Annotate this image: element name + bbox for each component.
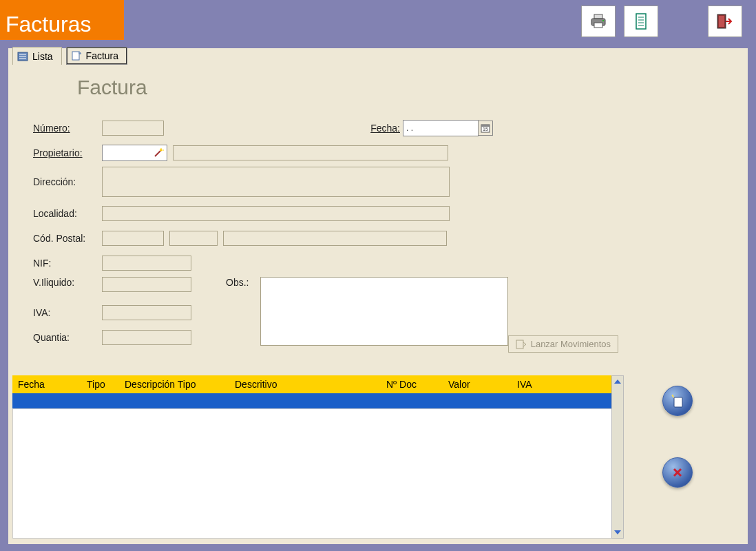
tab-lista-label: Lista — [32, 51, 53, 62]
cod-postal-label: Cód. Postal: — [33, 233, 102, 244]
numero-label: Número: — [33, 123, 102, 134]
document-button[interactable] — [624, 6, 658, 37]
tab-factura[interactable]: Factura — [66, 47, 127, 65]
nif-label: NIF: — [33, 258, 102, 269]
document-icon — [634, 13, 648, 30]
direccion-field[interactable] — [102, 167, 450, 197]
nif-field[interactable] — [102, 256, 191, 271]
vliquido-label: V.Iliquido: — [33, 277, 102, 288]
tab-factura-label: Factura — [86, 50, 118, 61]
propietario-label: Propietario: — [33, 147, 102, 158]
exit-icon — [716, 13, 734, 30]
quantia-field[interactable] — [102, 330, 191, 345]
lanzar-label: Lanzar Movimientos — [531, 339, 611, 349]
svg-rect-15 — [72, 52, 79, 60]
propietario-name-field[interactable] — [173, 145, 448, 160]
wand-icon — [153, 147, 164, 158]
cod-postal-field-2[interactable] — [169, 231, 218, 246]
localidad-field[interactable] — [102, 206, 450, 221]
svg-point-23 — [672, 395, 673, 396]
fecha-label: Fecha: — [370, 123, 400, 134]
printer-icon — [590, 14, 607, 29]
col-iva[interactable]: IVA — [517, 379, 572, 390]
svg-line-19 — [155, 151, 160, 156]
col-descritivo[interactable]: Descritivo — [235, 379, 386, 390]
svg-point-3 — [602, 20, 604, 21]
main-panel: Lista Factura Factura Número: Fecha: . .… — [8, 48, 748, 544]
vertical-scrollbar[interactable] — [611, 375, 624, 539]
grid-header: Fecha Tipo Descripción Tipo Descritivo N… — [12, 375, 624, 393]
scroll-down-button[interactable] — [612, 527, 623, 538]
grid-body[interactable] — [12, 408, 624, 539]
fecha-field[interactable]: . . — [403, 120, 479, 136]
propietario-lookup[interactable] — [102, 145, 167, 161]
chevron-up-icon — [614, 380, 621, 384]
add-row-button[interactable] — [662, 386, 693, 416]
svg-rect-0 — [594, 14, 602, 19]
cod-postal-city-field[interactable] — [223, 231, 447, 246]
lookup-button[interactable] — [151, 146, 165, 160]
tab-lista[interactable]: Lista — [12, 47, 62, 65]
svg-text:15: 15 — [483, 127, 488, 132]
exit-button[interactable] — [708, 6, 742, 37]
new-item-icon — [670, 393, 685, 408]
grid-area: Fecha Tipo Descripción Tipo Descritivo N… — [12, 375, 624, 539]
grid-selected-row[interactable] — [12, 393, 624, 408]
delete-row-button[interactable] — [662, 457, 693, 488]
quantia-label: Quantia: — [33, 332, 102, 343]
obs-field[interactable] — [260, 277, 508, 346]
iva-field[interactable] — [102, 305, 191, 320]
scroll-up-button[interactable] — [612, 376, 623, 387]
col-ndoc[interactable]: Nº Doc — [386, 379, 448, 390]
col-tipo[interactable]: Tipo — [87, 379, 125, 390]
col-desc-tipo[interactable]: Descripción Tipo — [125, 379, 235, 390]
vliquido-field[interactable] — [102, 277, 191, 292]
movements-icon — [516, 340, 527, 349]
calendar-button[interactable]: 15 — [478, 121, 493, 136]
svg-rect-4 — [636, 14, 646, 29]
localidad-label: Localidad: — [33, 208, 102, 219]
section-title: Factura — [77, 76, 147, 99]
obs-label: Obs.: — [226, 277, 260, 288]
numero-field[interactable] — [102, 121, 164, 136]
iva-label: IVA: — [33, 307, 102, 318]
svg-rect-2 — [594, 23, 602, 28]
tab-bar: Lista Factura — [12, 47, 127, 65]
fecha-value: . . — [406, 123, 413, 133]
header-toolbar — [581, 6, 742, 37]
chevron-down-icon — [614, 530, 621, 534]
direccion-label: Dirección: — [33, 176, 102, 187]
form-area: Número: Fecha: . . 15 Propietario: — [33, 117, 624, 351]
delete-icon — [671, 466, 684, 479]
svg-rect-10 — [719, 16, 724, 27]
cod-postal-field-1[interactable] — [102, 231, 164, 246]
calendar-icon: 15 — [481, 123, 490, 133]
list-icon — [17, 52, 28, 61]
page-icon — [71, 51, 82, 61]
side-action-buttons — [662, 386, 693, 488]
svg-rect-22 — [674, 397, 682, 407]
svg-rect-21 — [516, 340, 523, 349]
app-title: Facturas — [0, 0, 124, 40]
print-button[interactable] — [581, 6, 616, 37]
col-fecha[interactable]: Fecha — [18, 379, 87, 390]
app-header: Facturas — [0, 0, 756, 48]
lanzar-movimientos-button[interactable]: Lanzar Movimientos — [508, 335, 618, 353]
col-valor[interactable]: Valor — [448, 379, 517, 390]
